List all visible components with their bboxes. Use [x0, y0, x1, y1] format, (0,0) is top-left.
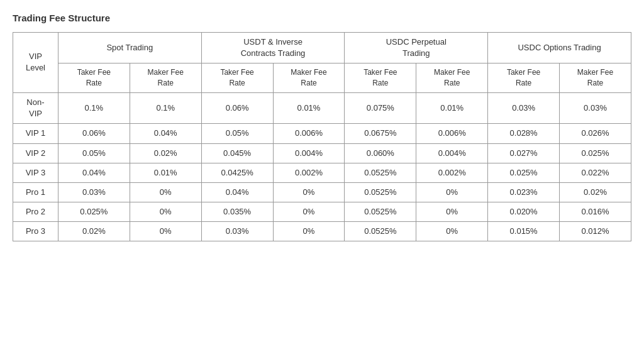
usdt-maker-cell: 0.004%	[273, 143, 345, 163]
usdc-perp-maker-cell: 0.002%	[416, 163, 488, 182]
usdc-options-header: USDC Options Trading	[488, 33, 631, 63]
usdc-perp-maker-cell: 0%	[416, 222, 488, 241]
usdc-perp-maker-cell: 0.006%	[416, 124, 488, 143]
spot-taker-cell: 0.04%	[58, 163, 130, 182]
usdt-maker-cell: 0.006%	[273, 124, 345, 143]
usdt-maker-cell: 0%	[273, 222, 345, 241]
usdt-taker-cell: 0.03%	[201, 222, 273, 241]
usdc-perp-maker-cell: 0.004%	[416, 143, 488, 163]
usdt-maker-cell: 0.002%	[273, 163, 345, 182]
vip-level-cell: VIP 3	[13, 163, 58, 182]
table-row: Pro 30.02%0%0.03%0%0.0525%0%0.015%0.012%	[13, 222, 631, 241]
spot-taker-cell: 0.03%	[58, 182, 130, 202]
vip-level-cell: Pro 3	[13, 222, 58, 241]
usdt-maker-cell: 0.01%	[273, 92, 345, 123]
spot-taker-cell: 0.05%	[58, 143, 130, 163]
spot-taker-header: Taker FeeRate	[58, 63, 130, 93]
usdc-perp-taker-header: Taker FeeRate	[345, 63, 416, 93]
usdc-perp-taker-cell: 0.060%	[345, 143, 416, 163]
vip-level-cell: Pro 2	[13, 202, 58, 222]
usdc-perp-taker-cell: 0.0525%	[345, 182, 416, 202]
usdc-perp-taker-cell: 0.075%	[345, 92, 416, 123]
usdc-opt-maker-cell: 0.016%	[560, 202, 631, 222]
spot-maker-cell: 0%	[130, 202, 201, 222]
usdc-perp-taker-cell: 0.0525%	[345, 202, 416, 222]
usdt-maker-cell: 0%	[273, 202, 345, 222]
usdc-opt-maker-cell: 0.026%	[560, 124, 631, 143]
usdt-taker-cell: 0.04%	[201, 182, 273, 202]
table-row: Pro 20.025%0%0.035%0%0.0525%0%0.020%0.01…	[13, 202, 631, 222]
fee-table: VIPLevel Spot Trading USDT & InverseCont…	[13, 32, 631, 241]
spot-maker-cell: 0%	[130, 222, 201, 241]
spot-taker-cell: 0.1%	[58, 92, 130, 123]
vip-level-cell: VIP 2	[13, 143, 58, 163]
vip-level-cell: VIP 1	[13, 124, 58, 143]
usdt-contracts-header: USDT & InverseContracts Trading	[201, 33, 345, 63]
vip-level-cell: Non-VIP	[13, 92, 58, 123]
usdt-taker-cell: 0.0425%	[201, 163, 273, 182]
usdc-perp-taker-cell: 0.0525%	[345, 163, 416, 182]
usdc-opt-taker-cell: 0.020%	[488, 202, 560, 222]
table-row: VIP 30.04%0.01%0.0425%0.002%0.0525%0.002…	[13, 163, 631, 182]
usdc-perpetual-header: USDC PerpetualTrading	[345, 33, 488, 63]
usdc-perp-maker-cell: 0%	[416, 182, 488, 202]
usdc-opt-taker-cell: 0.03%	[488, 92, 560, 123]
page-title: Trading Fee Structure	[13, 13, 631, 23]
usdc-opt-taker-cell: 0.025%	[488, 163, 560, 182]
vip-level-header: VIPLevel	[13, 33, 58, 93]
spot-taker-cell: 0.025%	[58, 202, 130, 222]
usdt-taker-cell: 0.035%	[201, 202, 273, 222]
table-row: Pro 10.03%0%0.04%0%0.0525%0%0.023%0.02%	[13, 182, 631, 202]
usdc-perp-taker-cell: 0.0525%	[345, 222, 416, 241]
usdc-opt-maker-header: Maker FeeRate	[560, 63, 631, 93]
spot-taker-cell: 0.02%	[58, 222, 130, 241]
usdc-opt-maker-cell: 0.022%	[560, 163, 631, 182]
table-row: Non-VIP0.1%0.1%0.06%0.01%0.075%0.01%0.03…	[13, 92, 631, 123]
spot-maker-cell: 0.02%	[130, 143, 201, 163]
table-row: VIP 20.05%0.02%0.045%0.004%0.060%0.004%0…	[13, 143, 631, 163]
usdc-opt-maker-cell: 0.02%	[560, 182, 631, 202]
usdc-opt-maker-cell: 0.03%	[560, 92, 631, 123]
usdc-perp-maker-header: Maker FeeRate	[416, 63, 488, 93]
spot-trading-header: Spot Trading	[58, 33, 201, 63]
usdc-opt-maker-cell: 0.025%	[560, 143, 631, 163]
usdc-perp-maker-cell: 0.01%	[416, 92, 488, 123]
usdt-taker-cell: 0.05%	[201, 124, 273, 143]
usdc-opt-taker-cell: 0.015%	[488, 222, 560, 241]
spot-taker-cell: 0.06%	[58, 124, 130, 143]
spot-maker-cell: 0.01%	[130, 163, 201, 182]
spot-maker-cell: 0%	[130, 182, 201, 202]
usdc-opt-taker-cell: 0.027%	[488, 143, 560, 163]
usdt-taker-cell: 0.045%	[201, 143, 273, 163]
usdc-opt-maker-cell: 0.012%	[560, 222, 631, 241]
vip-level-cell: Pro 1	[13, 182, 58, 202]
usdc-opt-taker-cell: 0.028%	[488, 124, 560, 143]
usdt-maker-header: Maker FeeRate	[273, 63, 345, 93]
usdt-maker-cell: 0%	[273, 182, 345, 202]
spot-maker-cell: 0.1%	[130, 92, 201, 123]
spot-maker-cell: 0.04%	[130, 124, 201, 143]
usdc-opt-taker-cell: 0.023%	[488, 182, 560, 202]
usdt-taker-header: Taker FeeRate	[201, 63, 273, 93]
usdt-taker-cell: 0.06%	[201, 92, 273, 123]
spot-maker-header: Maker FeeRate	[130, 63, 201, 93]
usdc-perp-taker-cell: 0.0675%	[345, 124, 416, 143]
table-row: VIP 10.06%0.04%0.05%0.006%0.0675%0.006%0…	[13, 124, 631, 143]
usdc-opt-taker-header: Taker FeeRate	[488, 63, 560, 93]
usdc-perp-maker-cell: 0%	[416, 202, 488, 222]
